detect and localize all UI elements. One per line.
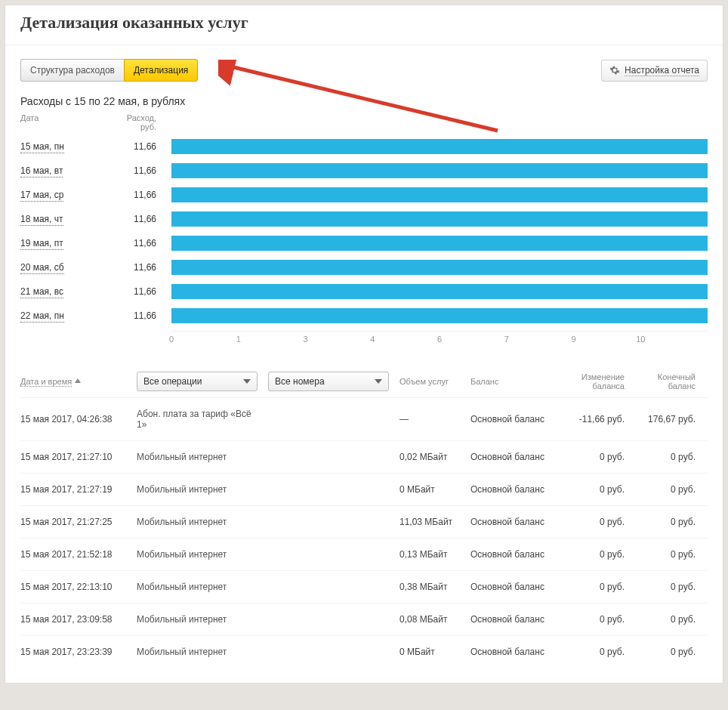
cell-balance: Основной баланс: [470, 549, 546, 560]
chart-date-label[interactable]: 15 мая, пн: [20, 141, 64, 153]
cell-end-balance: 0 руб.: [635, 582, 696, 592]
cell-change: 0 руб.: [557, 647, 625, 657]
axis-tick: 10: [636, 335, 645, 344]
cell-end-balance: 0 руб.: [635, 614, 696, 625]
cell-end-balance: 0 руб.: [635, 647, 696, 657]
cell-volume: —: [399, 414, 460, 424]
cell-balance: Основной баланс: [470, 452, 546, 462]
chart-bar: [171, 284, 708, 299]
cell-change: 0 руб.: [557, 452, 625, 462]
col-end-balance: Конечный баланс: [635, 372, 696, 390]
chart-row: 20 мая, сб11,66: [20, 255, 708, 279]
cell-datetime: 15 мая 2017, 04:26:38: [20, 414, 126, 424]
cell-type: Мобильный интернет: [137, 614, 258, 625]
cell-datetime: 15 мая 2017, 22:13:10: [20, 582, 126, 592]
chart-row: 17 мая, ср11,66: [20, 183, 708, 207]
table-row: 15 мая 2017, 21:52:18Мобильный интернет0…: [20, 539, 708, 571]
cell-end-balance: 0 руб.: [635, 484, 696, 495]
table-header-row: Дата и время Все операции Все номера Объ…: [20, 372, 708, 398]
chevron-down-icon: [375, 379, 382, 384]
chart-date-label[interactable]: 20 мая, сб: [20, 262, 64, 274]
chart-row: 16 мая, вт11,66: [20, 159, 708, 183]
table-row: 15 мая 2017, 21:27:25Мобильный интернет1…: [20, 506, 708, 539]
filter-numbers-select[interactable]: Все номера: [268, 372, 389, 391]
cell-type: Мобильный интернет: [137, 647, 258, 657]
cell-change: 0 руб.: [557, 517, 625, 527]
tab-structure[interactable]: Структура расходов: [20, 59, 124, 82]
table-row: 15 мая 2017, 04:26:38Абон. плата за тари…: [20, 398, 708, 441]
sort-asc-icon: [75, 378, 81, 384]
cell-type: Мобильный интернет: [137, 484, 258, 495]
col-volume: Объем услуг: [399, 377, 460, 386]
chart-bar: [171, 163, 708, 178]
settings-label: Настройка отчета: [625, 65, 699, 76]
report-settings-button[interactable]: Настройка отчета: [601, 60, 708, 82]
chart-value-label: 11,66: [111, 214, 171, 224]
chart-subtitle: Расходы с 15 по 22 мая, в рублях: [5, 89, 723, 110]
table-row: 15 мая 2017, 21:27:19Мобильный интернет0…: [20, 474, 708, 506]
chart-value-label: 11,66: [111, 165, 171, 176]
expenses-chart: Дата Расход, руб. 15 мая, пн11,6616 мая,…: [5, 110, 723, 349]
cell-datetime: 15 мая 2017, 23:23:39: [20, 647, 126, 657]
cell-volume: 0,02 МБайт: [399, 452, 460, 462]
cell-balance: Основной баланс: [470, 647, 546, 657]
axis-tick: 4: [370, 335, 375, 344]
tab-details[interactable]: Детализация: [124, 59, 198, 82]
cell-end-balance: 0 руб.: [635, 452, 696, 462]
chart-head-value: Расход, руб.: [111, 113, 171, 131]
chart-value-label: 11,66: [111, 141, 171, 152]
cell-balance: Основной баланс: [470, 517, 546, 527]
cell-volume: 0,13 МБайт: [399, 549, 460, 560]
cell-type: Мобильный интернет: [137, 452, 258, 462]
cell-balance: Основной баланс: [470, 484, 546, 495]
cell-datetime: 15 мая 2017, 21:27:19: [20, 484, 126, 495]
axis-tick: 9: [571, 335, 575, 344]
cell-type: Мобильный интернет: [137, 549, 258, 560]
chart-value-label: 11,66: [111, 310, 171, 321]
chart-date-label[interactable]: 21 мая, вс: [20, 286, 63, 298]
cell-change: 0 руб.: [557, 484, 625, 495]
cell-balance: Основной баланс: [470, 582, 546, 592]
cell-end-balance: 0 руб.: [635, 549, 696, 560]
cell-end-balance: 0 руб.: [635, 517, 696, 527]
chart-value-label: 11,66: [111, 190, 171, 200]
details-table: Дата и время Все операции Все номера Объ…: [5, 349, 723, 668]
cell-change: 0 руб.: [557, 549, 625, 560]
chart-value-label: 11,66: [111, 238, 171, 248]
chart-bar: [171, 139, 708, 154]
cell-volume: 11,03 МБайт: [399, 517, 460, 527]
sort-datetime[interactable]: Дата и время: [20, 377, 126, 387]
chart-axis: 013467910: [171, 331, 708, 349]
cell-balance: Основной баланс: [470, 414, 546, 424]
axis-tick: 6: [437, 335, 442, 344]
cell-volume: 0 МБайт: [399, 484, 460, 495]
chart-date-label[interactable]: 19 мая, пт: [20, 238, 63, 250]
chart-value-label: 11,66: [111, 286, 171, 297]
chart-date-label[interactable]: 18 мая, чт: [20, 214, 63, 226]
cell-datetime: 15 мая 2017, 21:27:10: [20, 452, 126, 462]
chart-row: 21 мая, вс11,66: [20, 279, 708, 304]
chart-bar: [171, 236, 708, 251]
cell-datetime: 15 мая 2017, 21:52:18: [20, 549, 126, 560]
cell-change: 0 руб.: [557, 614, 625, 625]
cell-volume: 0,38 МБайт: [399, 582, 460, 592]
cell-balance: Основной баланс: [470, 614, 546, 625]
chart-date-label[interactable]: 16 мая, вт: [20, 165, 63, 178]
axis-tick: 0: [169, 335, 174, 344]
axis-tick: 1: [236, 335, 241, 344]
table-row: 15 мая 2017, 23:23:39Мобильный интернет0…: [20, 636, 708, 668]
cell-datetime: 15 мая 2017, 23:09:58: [20, 614, 126, 625]
page-title: Детализация оказанных услуг: [5, 5, 723, 45]
chart-row: 22 мая, пн11,66: [20, 304, 708, 328]
chevron-down-icon: [243, 379, 251, 384]
chart-date-label[interactable]: 17 мая, ср: [20, 190, 63, 202]
table-row: 15 мая 2017, 21:27:10Мобильный интернет0…: [20, 441, 708, 474]
chart-bar: [171, 187, 708, 202]
table-row: 15 мая 2017, 23:09:58Мобильный интернет0…: [20, 604, 708, 636]
cell-end-balance: 176,67 руб.: [635, 414, 696, 424]
cell-volume: 0,08 МБайт: [399, 614, 460, 625]
filter-operations-select[interactable]: Все операции: [137, 372, 258, 391]
cell-volume: 0 МБайт: [399, 647, 460, 657]
chart-date-label[interactable]: 22 мая, пн: [20, 310, 64, 323]
tabs: Структура расходов Детализация: [20, 59, 198, 82]
